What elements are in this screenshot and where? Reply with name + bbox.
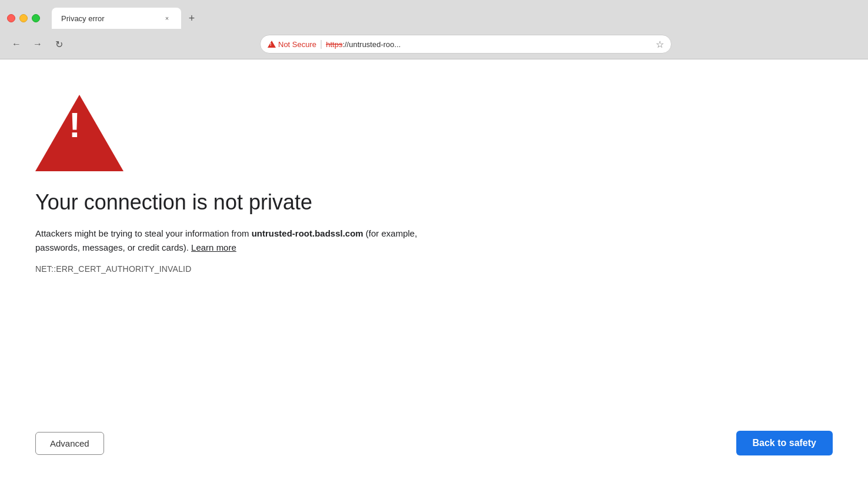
back-button[interactable]: ← [8,36,25,52]
active-tab[interactable]: Privacy error × [52,8,181,29]
buttons-row: Advanced Back to safety [35,431,833,455]
tab-bar: Privacy error × + [52,8,861,29]
error-description: Attackers might be trying to steal your … [35,227,447,255]
reload-button[interactable]: ↻ [51,36,67,52]
url-https: https [326,40,342,49]
description-before: Attackers might be trying to steal your … [35,228,252,238]
address-bar[interactable]: Not Secure | https://untrusted-roo... ☆ [260,35,672,54]
warning-icon-small [268,41,276,48]
learn-more-link[interactable]: Learn more [191,242,236,252]
page-content: Your connection is not private Attackers… [0,59,868,479]
advanced-button[interactable]: Advanced [35,432,104,455]
tab-title: Privacy error [61,14,158,23]
browser-chrome: Privacy error × + ← → ↻ Not Secure | htt… [0,0,868,59]
error-code: NET::ERR_CERT_AUTHORITY_INVALID [35,264,833,274]
traffic-lights [7,14,40,22]
not-secure-badge: Not Secure [268,40,316,49]
address-url: https://untrusted-roo... [326,40,400,49]
forward-button[interactable]: → [29,36,46,52]
new-tab-button[interactable]: + [183,10,200,26]
warning-icon-large [35,95,123,171]
address-bar-row: ← → ↻ Not Secure | https://untrusted-roo… [0,31,868,59]
url-rest: ://untrusted-roo... [342,40,400,49]
address-divider: | [320,39,322,49]
tab-close-button[interactable]: × [162,14,172,23]
back-to-safety-button[interactable]: Back to safety [736,431,833,455]
domain-name: untrusted-root.badssl.com [252,228,363,238]
maximize-window-button[interactable] [32,14,40,22]
error-title: Your connection is not private [35,190,833,215]
minimize-window-button[interactable] [19,14,28,22]
bookmark-button[interactable]: ☆ [656,39,664,50]
not-secure-label: Not Secure [278,40,316,49]
close-window-button[interactable] [7,14,15,22]
title-bar: Privacy error × + [0,0,868,31]
